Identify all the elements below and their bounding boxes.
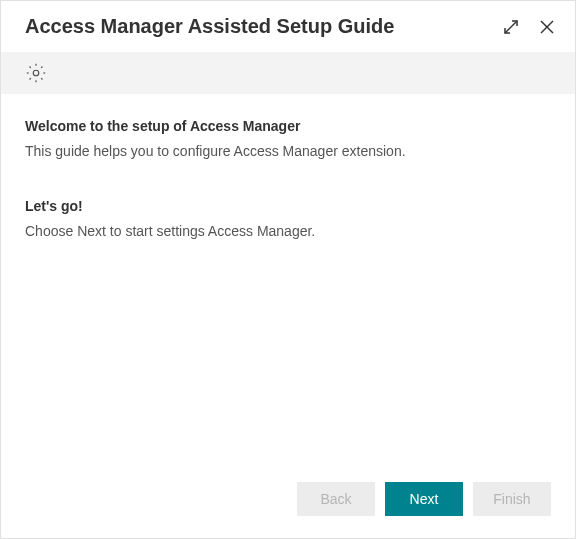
content-area: Welcome to the setup of Access Manager T… <box>1 94 575 464</box>
setup-dialog: Access Manager Assisted Setup Guide <box>0 0 576 539</box>
expand-icon[interactable] <box>501 17 521 37</box>
welcome-heading: Welcome to the setup of Access Manager <box>25 118 551 134</box>
welcome-section: Welcome to the setup of Access Manager T… <box>25 118 551 162</box>
dialog-title: Access Manager Assisted Setup Guide <box>25 15 485 38</box>
finish-button[interactable]: Finish <box>473 482 551 516</box>
back-button[interactable]: Back <box>297 482 375 516</box>
svg-point-0 <box>33 70 39 76</box>
toolbar <box>1 52 575 94</box>
next-button[interactable]: Next <box>385 482 463 516</box>
gear-icon[interactable] <box>25 62 47 84</box>
footer: Back Next Finish <box>1 464 575 538</box>
letsgo-heading: Let's go! <box>25 198 551 214</box>
welcome-body: This guide helps you to configure Access… <box>25 142 551 162</box>
letsgo-section: Let's go! Choose Next to start settings … <box>25 198 551 242</box>
letsgo-body: Choose Next to start settings Access Man… <box>25 222 551 242</box>
titlebar: Access Manager Assisted Setup Guide <box>1 1 575 52</box>
close-icon[interactable] <box>537 17 557 37</box>
